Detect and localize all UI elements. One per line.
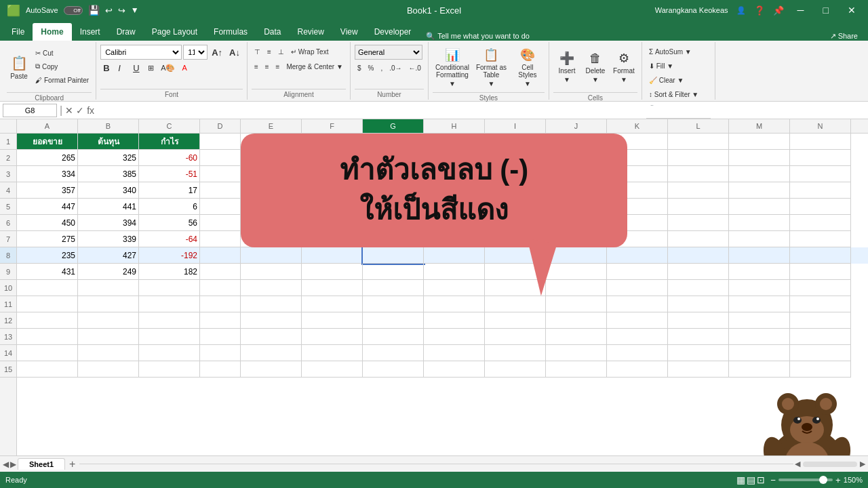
cell-b9[interactable]: 249 — [78, 264, 139, 280]
cell-n14[interactable] — [790, 345, 851, 361]
cell-a9[interactable]: 431 — [17, 264, 78, 280]
cell-h15[interactable] — [424, 361, 485, 378]
cell-a2[interactable]: 265 — [17, 150, 78, 166]
cell-d14[interactable] — [200, 345, 241, 361]
row-num-3[interactable]: 3 — [0, 166, 16, 182]
cell-g11[interactable] — [363, 296, 424, 312]
cell-c8[interactable]: -192 — [139, 247, 200, 264]
tab-view[interactable]: View — [332, 23, 366, 41]
cell-l6[interactable] — [668, 215, 729, 231]
cell-e11[interactable] — [241, 296, 302, 312]
cell-b4[interactable]: 340 — [78, 182, 139, 199]
cell-k14[interactable] — [607, 345, 668, 361]
cell-c15[interactable] — [139, 361, 200, 378]
row-num-12[interactable]: 12 — [0, 312, 16, 329]
decrease-decimal-button[interactable]: ←.0 — [406, 61, 424, 75]
cell-l2[interactable] — [668, 150, 729, 166]
cell-k12[interactable] — [607, 312, 668, 329]
cell-c3[interactable]: -51 — [139, 166, 200, 182]
cell-h10[interactable] — [424, 280, 485, 296]
row-num-2[interactable]: 2 — [0, 150, 16, 166]
accounting-format-button[interactable]: $ — [355, 61, 364, 75]
cell-d11[interactable] — [200, 296, 241, 312]
merge-center-button[interactable]: Merge & Center ▼ — [283, 60, 346, 73]
decrease-font-button[interactable]: A↓ — [226, 45, 243, 59]
align-top-button[interactable]: ⊤ — [252, 45, 263, 58]
percent-button[interactable]: % — [366, 61, 377, 75]
col-header-j[interactable]: J — [546, 119, 607, 133]
delete-cells-button[interactable]: 🗑 Delete ▼ — [582, 45, 609, 89]
cell-e13[interactable] — [241, 329, 302, 345]
cell-i15[interactable] — [485, 361, 546, 378]
col-header-m[interactable]: M — [729, 119, 790, 133]
row-num-11[interactable]: 11 — [0, 296, 16, 312]
col-header-l[interactable]: L — [668, 119, 729, 133]
sort-filter-button[interactable]: ↕ Sort & Filter ▼ — [646, 87, 701, 101]
cell-j14[interactable] — [546, 345, 607, 361]
formula-input[interactable] — [97, 106, 865, 115]
cell-f9[interactable] — [302, 264, 363, 280]
cell-l8[interactable] — [668, 247, 729, 264]
insert-function-button[interactable]: fx — [87, 105, 94, 116]
status-scroll-bar[interactable] — [803, 462, 857, 467]
cell-b14[interactable] — [78, 345, 139, 361]
cell-m12[interactable] — [729, 312, 790, 329]
col-header-d[interactable]: D — [200, 119, 241, 133]
cell-e15[interactable] — [241, 361, 302, 378]
comma-button[interactable]: , — [378, 61, 385, 75]
underline-button[interactable]: U — [130, 61, 144, 75]
cell-d13[interactable] — [200, 329, 241, 345]
cell-c1[interactable]: กำไร — [139, 134, 200, 150]
cell-m9[interactable] — [729, 264, 790, 280]
share-button[interactable]: ↗ Share — [830, 32, 858, 41]
zoom-in-button[interactable]: + — [835, 475, 841, 485]
insert-cells-button[interactable]: ➕ Insert ▼ — [553, 45, 580, 89]
cell-l14[interactable] — [668, 345, 729, 361]
align-middle-button[interactable]: ≡ — [264, 45, 274, 58]
row-num-6[interactable]: 6 — [0, 215, 16, 231]
status-scroll-right[interactable]: ▶ — [860, 460, 865, 468]
customize-icon[interactable]: ▼ — [131, 5, 139, 15]
cell-l1[interactable] — [668, 134, 729, 150]
col-header-c[interactable]: C — [139, 119, 200, 133]
cell-d15[interactable] — [200, 361, 241, 378]
cell-l12[interactable] — [668, 312, 729, 329]
cell-a1[interactable]: ยอดขาย — [17, 134, 78, 150]
cell-c10[interactable] — [139, 280, 200, 296]
cell-l4[interactable] — [668, 182, 729, 199]
col-header-g[interactable]: G — [363, 119, 424, 133]
col-header-b[interactable]: B — [78, 119, 139, 133]
tab-data[interactable]: Data — [256, 23, 289, 41]
zoom-slider-track[interactable] — [778, 479, 833, 481]
status-scroll-left[interactable]: ◀ — [795, 460, 800, 468]
format-cells-button[interactable]: ⚙ Format ▼ — [610, 45, 637, 89]
cell-a3[interactable]: 334 — [17, 166, 78, 182]
row-num-4[interactable]: 4 — [0, 182, 16, 199]
cell-n4[interactable] — [790, 182, 851, 199]
cell-j13[interactable] — [546, 329, 607, 345]
cell-d8[interactable] — [200, 247, 241, 264]
cell-h9[interactable] — [424, 264, 485, 280]
col-header-h[interactable]: H — [424, 119, 485, 133]
cell-e14[interactable] — [241, 345, 302, 361]
row-num-13[interactable]: 13 — [0, 329, 16, 345]
col-header-e[interactable]: E — [241, 119, 302, 133]
cell-b12[interactable] — [78, 312, 139, 329]
cell-m10[interactable] — [729, 280, 790, 296]
cell-l15[interactable] — [668, 361, 729, 378]
tab-draw[interactable]: Draw — [108, 23, 144, 41]
format-painter-button[interactable]: 🖌 Format Painter — [33, 73, 92, 87]
cell-c2[interactable]: -60 — [139, 150, 200, 166]
cell-e12[interactable] — [241, 312, 302, 329]
cell-c4[interactable]: 17 — [139, 182, 200, 199]
cell-b5[interactable]: 441 — [78, 199, 139, 215]
row-num-10[interactable]: 10 — [0, 280, 16, 296]
cell-c9[interactable]: 182 — [139, 264, 200, 280]
cell-d4[interactable] — [200, 182, 241, 199]
row-num-9[interactable]: 9 — [0, 264, 16, 280]
cell-a14[interactable] — [17, 345, 78, 361]
cell-l9[interactable] — [668, 264, 729, 280]
cell-f11[interactable] — [302, 296, 363, 312]
cell-k10[interactable] — [607, 280, 668, 296]
cell-m7[interactable] — [729, 231, 790, 247]
